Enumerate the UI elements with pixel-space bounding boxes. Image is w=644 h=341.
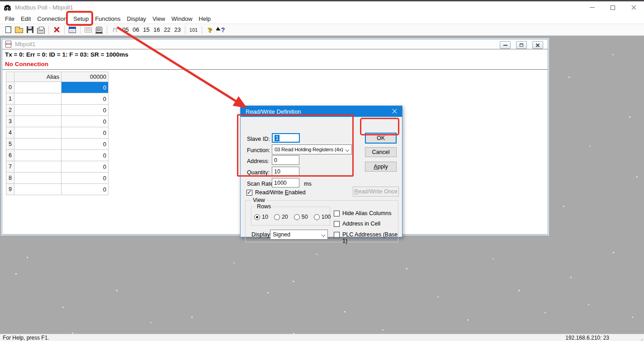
- alias-cell[interactable]: [14, 184, 62, 195]
- slave-id-value: 1: [275, 135, 279, 141]
- function-dropdown[interactable]: 03 Read Holding Registers (4x): [272, 144, 352, 154]
- radio-icon: [274, 214, 280, 220]
- slave-id-input[interactable]: 1: [272, 133, 300, 143]
- function-05-button[interactable]: 05: [120, 26, 131, 33]
- plc-addresses-checkbox[interactable]: [334, 232, 340, 238]
- address-in-cell-checkbox[interactable]: [334, 221, 340, 227]
- help-cursor-icon: ?: [217, 26, 225, 34]
- context-help-button[interactable]: ?: [215, 24, 226, 35]
- display-value: Signed: [273, 231, 290, 238]
- address-input[interactable]: 0: [272, 155, 299, 165]
- value-cell[interactable]: 0: [62, 184, 109, 195]
- display-setup-button[interactable]: [67, 24, 78, 35]
- save-button[interactable]: [24, 24, 35, 35]
- menu-edit[interactable]: Edit: [18, 14, 34, 23]
- value-cell[interactable]: 0: [62, 161, 109, 173]
- maximize-button[interactable]: [602, 1, 623, 14]
- menu-file[interactable]: File: [2, 14, 18, 23]
- menu-help[interactable]: Help: [195, 14, 214, 23]
- doc-icon: DOC: [5, 41, 11, 48]
- value-cell[interactable]: 0: [62, 116, 109, 127]
- grid-header-row: Alias 00000: [6, 72, 109, 82]
- open-file-button[interactable]: [14, 24, 24, 35]
- value-cell[interactable]: 0: [62, 150, 109, 161]
- alias-cell[interactable]: [14, 82, 62, 93]
- quantity-input[interactable]: 10: [272, 167, 299, 176]
- alias-cell[interactable]: [14, 93, 62, 105]
- alias-cell[interactable]: [14, 139, 62, 150]
- function-23-button[interactable]: 23: [172, 26, 183, 33]
- read-write-enabled-label: Read/Write Enabled: [255, 189, 306, 196]
- toolbar-separator: [185, 26, 185, 34]
- title-bar: Modbus Poll - Mbpoll1: [0, 1, 644, 14]
- menu-window[interactable]: Window: [168, 14, 195, 23]
- menu-setup[interactable]: Setup: [70, 14, 92, 23]
- dialog-title-bar: Read/Write Definition: [241, 106, 402, 117]
- register-column-header[interactable]: 00000: [62, 72, 109, 82]
- row-number: 7: [6, 161, 14, 173]
- rows-50-radio[interactable]: 50: [294, 214, 308, 220]
- alias-cell[interactable]: [14, 150, 62, 161]
- new-file-button[interactable]: [3, 24, 14, 35]
- function-16-button[interactable]: 16: [152, 26, 162, 33]
- minimize-icon: [503, 45, 507, 46]
- cancel-label: Cancel: [372, 149, 390, 155]
- cancel-button[interactable]: Cancel: [365, 147, 397, 157]
- function-22-button[interactable]: 22: [162, 26, 172, 33]
- value-cell[interactable]: 0: [62, 127, 109, 139]
- apply-button[interactable]: Apply: [365, 162, 397, 172]
- minimize-button[interactable]: [582, 1, 602, 14]
- menu-functions[interactable]: Functions: [92, 14, 123, 23]
- alias-cell[interactable]: [14, 127, 62, 139]
- rows-100-radio[interactable]: 100: [314, 214, 331, 220]
- menu-connection[interactable]: Connection: [34, 14, 70, 23]
- row-number: 1: [6, 93, 14, 105]
- alias-cell[interactable]: [14, 173, 62, 184]
- alias-cell[interactable]: [14, 116, 62, 127]
- doc-minimize-button[interactable]: [500, 41, 511, 49]
- hide-alias-columns-checkbox[interactable]: [334, 211, 340, 216]
- close-button[interactable]: [623, 1, 644, 14]
- value-cell[interactable]: 0: [62, 105, 109, 116]
- ok-button[interactable]: OK: [365, 133, 397, 144]
- table-row: 50: [6, 139, 109, 150]
- alias-cell[interactable]: [14, 161, 62, 173]
- function-101-button[interactable]: 101: [188, 27, 199, 33]
- read-write-enabled-checkbox[interactable]: [246, 190, 252, 196]
- ok-label: OK: [377, 135, 385, 141]
- value-cell[interactable]: 0: [62, 173, 109, 184]
- alias-column-header[interactable]: Alias: [14, 72, 62, 82]
- function-15-button[interactable]: 15: [141, 26, 152, 33]
- value-cell[interactable]: 0: [62, 93, 109, 105]
- about-help-button[interactable]: ?: [204, 24, 215, 35]
- print-button[interactable]: [35, 24, 46, 35]
- dialog-close-icon[interactable]: [392, 108, 398, 114]
- single-poll-button[interactable]: ⊓: [109, 24, 120, 35]
- connection-status: No Connection: [5, 61, 48, 67]
- menu-display[interactable]: Display: [124, 14, 150, 23]
- table-row: 90: [6, 184, 109, 195]
- value-cell-selected[interactable]: 0: [62, 82, 109, 93]
- top-edge-strip: [0, 0, 644, 1]
- pulse-icon: ⊓: [112, 27, 117, 33]
- value-cell[interactable]: 0: [62, 139, 109, 150]
- resize-grip[interactable]: [642, 339, 643, 340]
- document-caption-buttons: [500, 41, 543, 49]
- scan-rate-unit: ms: [304, 181, 312, 187]
- function-06-button[interactable]: 06: [131, 26, 141, 33]
- menu-view[interactable]: View: [149, 14, 168, 23]
- open-folder-icon: [15, 28, 23, 33]
- close-icon: [535, 43, 540, 48]
- rows-20-radio[interactable]: 20: [274, 214, 288, 220]
- function-label: Function:: [247, 147, 270, 154]
- communication-button[interactable]: [83, 24, 94, 35]
- doc-restore-button[interactable]: [516, 41, 527, 49]
- scan-rate-input[interactable]: 1000: [272, 178, 299, 187]
- doc-close-button[interactable]: [532, 41, 543, 49]
- display-dropdown[interactable]: Signed: [270, 230, 328, 240]
- rows-10-radio[interactable]: 10: [254, 214, 268, 220]
- alarm-button[interactable]: [94, 24, 104, 35]
- alias-cell[interactable]: [14, 105, 62, 116]
- disconnect-button[interactable]: [51, 24, 62, 35]
- quantity-value: 10: [274, 168, 280, 175]
